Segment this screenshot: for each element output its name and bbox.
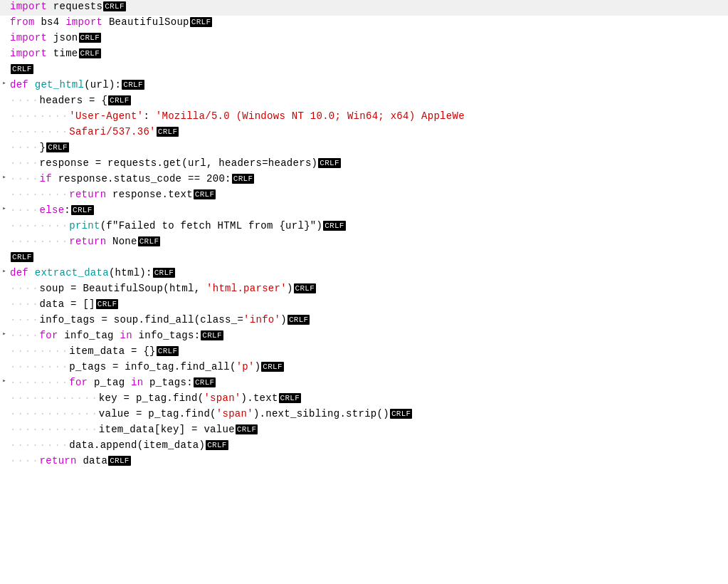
line-content: ····data = []CRLF (9, 298, 728, 310)
line-content: ········return response.textCRLF (9, 189, 728, 200)
code-line: ········return NoneCRLF (0, 235, 728, 251)
crlf-badge: CRLF (194, 189, 216, 199)
fold-gutter[interactable]: ▸ (0, 377, 9, 385)
code-line: ····response = requests.get(url, headers… (0, 157, 728, 172)
string-token: Safari/537.36' (69, 126, 156, 137)
normal-token: } (40, 142, 46, 153)
normal-token: None (106, 236, 137, 247)
code-line: ····headers = {CRLF (0, 94, 728, 110)
normal-token: BeautifulSoup (102, 16, 189, 28)
crlf-badge: CRLF (79, 33, 102, 43)
keyword-token: import (65, 16, 102, 28)
crlf-badge: CRLF (122, 80, 144, 90)
line-content: ············item_data[key] = valueCRLF (9, 424, 728, 435)
crlf-badge: CRLF (287, 315, 310, 325)
keyword-token: if (40, 173, 52, 184)
crlf-badge: CRLF (11, 64, 33, 74)
crlf-badge: CRLF (157, 127, 179, 137)
keyword-token: return (69, 236, 106, 247)
normal-token: response.text (106, 189, 193, 200)
normal-token: data (77, 455, 107, 466)
fold-arrow[interactable]: ▸ (2, 267, 6, 275)
normal-token: info_tags: (132, 330, 201, 341)
code-line: ············key = p_tag.find('span').tex… (0, 392, 728, 407)
line-content: ········return NoneCRLF (9, 236, 728, 247)
crlf-badge: CRLF (390, 409, 413, 419)
crlf-badge: CRLF (96, 299, 119, 309)
fold-gutter[interactable]: ▸ (0, 79, 9, 87)
code-line: ····return dataCRLF (0, 454, 728, 470)
keyword-token: in (120, 330, 132, 341)
function-token: extract_data (35, 267, 109, 278)
code-line: ▸def get_html(url):CRLF (0, 78, 728, 94)
code-line: ▸········for p_tag in p_tags:CRLF (0, 376, 728, 392)
keyword-token: return (69, 189, 106, 200)
line-content: ····headers = {CRLF (9, 95, 728, 106)
crlf-badge: CRLF (190, 17, 213, 27)
normal-token: : (64, 204, 70, 216)
keyword-token: import (10, 32, 47, 43)
normal-token: headers = { (40, 95, 108, 106)
fold-gutter[interactable]: ▸ (0, 267, 9, 275)
code-line: ····info_tags = soup.find_all(class_='in… (0, 313, 728, 329)
crlf-badge: CRLF (108, 456, 131, 466)
code-line: import requestsCRLF (0, 0, 728, 16)
string-token: 'span' (216, 408, 253, 419)
fold-gutter[interactable]: ▸ (0, 173, 9, 181)
code-line: ····data = []CRLF (0, 298, 728, 313)
code-line: ········return response.textCRLF (0, 188, 728, 204)
code-line: ····}CRLF (0, 141, 728, 157)
normal-token: soup = BeautifulSoup(html, (40, 283, 206, 294)
normal-token: ) (255, 361, 261, 372)
line-content: ············value = p_tag.find('span').n… (9, 408, 728, 419)
crlf-badge: CRLF (79, 48, 102, 58)
crlf-badge: CRLF (157, 346, 179, 356)
keyword-token: def (10, 79, 28, 90)
fold-arrow[interactable]: ▸ (2, 377, 6, 385)
line-content: ············key = p_tag.find('span').tex… (9, 392, 728, 404)
code-line: ············item_data[key] = valueCRLF (0, 423, 728, 439)
line-content: ····if response.status_code == 200:CRLF (9, 173, 728, 184)
line-content: ····return dataCRLF (9, 455, 728, 466)
normal-token: (f"Failed to fetch HTML from {url}") (100, 220, 323, 231)
line-content: ········p_tags = info_tag.find_all('p')C… (9, 361, 728, 372)
fold-arrow[interactable]: ▸ (2, 204, 6, 212)
fold-gutter[interactable]: ▸ (0, 204, 9, 212)
code-line: CRLF (0, 251, 728, 266)
line-content: ····response = requests.get(url, headers… (9, 157, 728, 169)
normal-token: ).text (241, 392, 278, 404)
code-line: ····soup = BeautifulSoup(html, 'html.par… (0, 282, 728, 298)
string-token: 'User-Agent' (69, 110, 143, 122)
code-line: from bs4 import BeautifulSoupCRLF (0, 16, 728, 31)
code-line: ········print(f"Failed to fetch HTML fro… (0, 219, 728, 235)
normal-token: p_tags = info_tag.find_all( (69, 361, 236, 372)
keyword-token: for (40, 330, 58, 341)
crlf-badge: CRLF (71, 205, 94, 215)
crlf-badge: CRLF (294, 283, 317, 293)
fold-arrow[interactable]: ▸ (2, 79, 6, 87)
normal-token (28, 79, 35, 90)
code-line: ▸····for info_tag in info_tags:CRLF (0, 329, 728, 345)
fold-gutter[interactable]: ▸ (0, 330, 9, 338)
string-token: 'info' (243, 314, 280, 325)
crlf-badge: CRLF (11, 252, 33, 262)
normal-token: item_data = {} (69, 345, 156, 357)
crlf-badge: CRLF (103, 1, 126, 11)
crlf-badge: CRLF (236, 424, 258, 434)
normal-token: p_tags: (143, 377, 192, 388)
fold-arrow[interactable]: ▸ (2, 173, 6, 181)
line-content: ········print(f"Failed to fetch HTML fro… (9, 220, 728, 231)
normal-token: response.status_code == 200: (52, 173, 231, 184)
line-content: ····info_tags = soup.find_all(class_='in… (9, 314, 728, 325)
function-token: print (69, 220, 100, 231)
keyword-token: return (40, 455, 77, 466)
crlf-badge: CRLF (318, 158, 341, 168)
normal-token: ) (287, 283, 293, 294)
string-token: 'p' (236, 361, 255, 372)
normal-token: data.append(item_data) (69, 439, 205, 451)
keyword-token: else (40, 204, 65, 216)
fold-arrow[interactable]: ▸ (2, 330, 6, 338)
keyword-token: import (10, 1, 47, 12)
line-content: CRLF (9, 251, 728, 263)
crlf-badge: CRLF (201, 330, 223, 340)
